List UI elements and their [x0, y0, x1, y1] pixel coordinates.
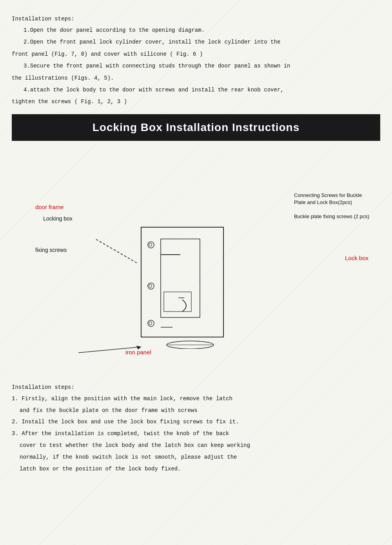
- section2-step3-line4: latch box or the position of the lock bo…: [12, 465, 380, 474]
- section2-step3-line1: 3. After the installation is completed, …: [12, 429, 380, 439]
- step1: 1.Open the door panel according to the o…: [12, 26, 380, 35]
- section2-step1b: and fix the buckle plate on the door fra…: [12, 406, 380, 416]
- section2-step1: 1. Firstly, align the position with the …: [12, 394, 380, 404]
- svg-rect-0: [141, 227, 223, 337]
- label-lock-box: Lock box: [345, 255, 368, 261]
- section2: Installation steps: 1. Firstly, align th…: [12, 384, 380, 474]
- section1-title: Installation steps:: [12, 16, 380, 22]
- label-connecting-screws: Connecting Screws for Buckle Plate and L…: [294, 192, 372, 206]
- label-fixing-screws: fixing screws: [35, 247, 67, 253]
- section1: Installation steps: 1.Open the door pane…: [12, 16, 380, 106]
- step4-line2: tighten the screws ( Fig. 1, 2, 3 ): [12, 97, 380, 106]
- label-door-frame: door frame: [35, 204, 64, 210]
- svg-text:O: O: [149, 283, 152, 289]
- section2-step2: 2. Install the lock box and use the lock…: [12, 417, 380, 427]
- lock-box-diagram: O O O: [129, 223, 255, 349]
- svg-rect-7: [164, 292, 191, 312]
- section2-step3-line3: normally, if the knob switch lock is not…: [12, 453, 380, 462]
- label-iron-panel: iron panel: [125, 349, 151, 355]
- step2-line1: 2.Open the front panel lock cylinder cov…: [12, 38, 380, 46]
- svg-text:O: O: [149, 321, 152, 326]
- section2-title: Installation steps:: [12, 384, 380, 390]
- svg-rect-1: [161, 239, 200, 317]
- step4-line1: 4.attach the lock body to the door with …: [12, 86, 380, 94]
- svg-text:O: O: [149, 242, 152, 248]
- step3-line1: 3.Secure the front panel with connecting…: [12, 62, 380, 70]
- banner: Locking Box Installation Instructions: [12, 114, 380, 141]
- diagram-area: door frame Locking box fixing screws Con…: [12, 153, 380, 380]
- step2-line2: front panel (Fig. 7, 8) and cover with s…: [12, 50, 380, 58]
- label-buckle-plate: Buckle plate fixing screws (2 pcs): [294, 213, 372, 219]
- section2-step3-line2: cover to test whether the lock body and …: [12, 441, 380, 450]
- step3-line2: the illustrations (Figs. 4, 5).: [12, 74, 380, 82]
- label-locking-box: Locking box: [43, 215, 73, 222]
- page-content: Installation steps: 1.Open the door pane…: [0, 0, 392, 488]
